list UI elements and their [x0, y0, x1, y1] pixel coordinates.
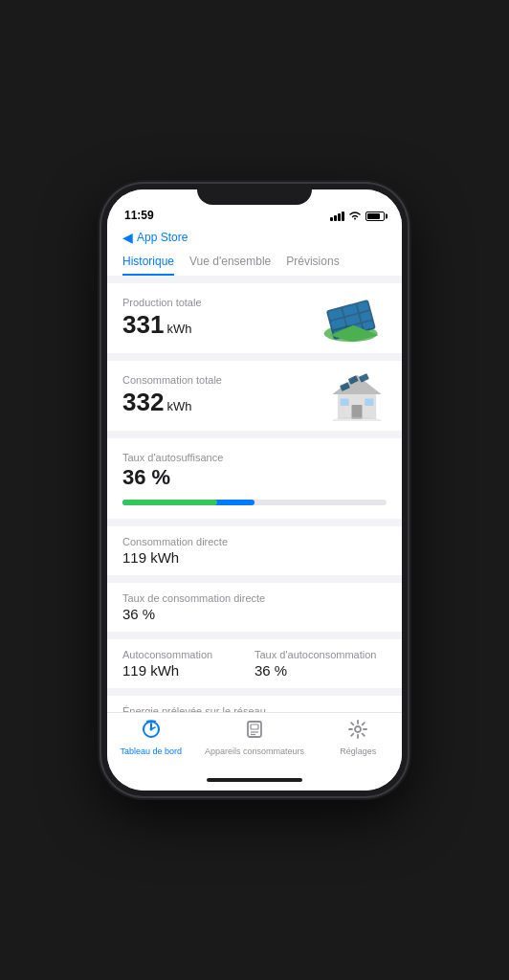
taux-autoconsommation-col: Taux d'autoconsommation 36 %: [254, 649, 387, 679]
energie-prelevee-label: Énergie prélevée sur le réseau: [122, 705, 387, 712]
solar-panel-icon: [321, 290, 388, 347]
back-label[interactable]: App Store: [137, 231, 188, 244]
appareils-icon: [244, 719, 265, 745]
home-indicator: [107, 769, 402, 791]
taux-consommation-directe-value: 36 %: [122, 606, 387, 622]
battery-icon: [365, 212, 385, 221]
phone-frame: 11:59: [101, 184, 408, 796]
svg-rect-18: [341, 398, 349, 405]
production-unit: kWh: [166, 322, 191, 336]
autosuffisance-card: Taux d'autosuffisance 36 %: [107, 438, 402, 519]
wifi-icon: [348, 211, 362, 222]
tab-bar: Tableau de bord Appareils consommateurs: [107, 712, 402, 769]
tab-previsions[interactable]: Prévisions: [286, 255, 339, 276]
tableau-de-bord-label: Tableau de bord: [120, 746, 182, 756]
consommation-unit: kWh: [166, 399, 191, 413]
screen: 11:59: [107, 189, 402, 791]
energie-prelevee-card: Énergie prélevée sur le réseau 213 kWh: [107, 696, 402, 712]
back-arrow-icon: ◀: [122, 230, 133, 245]
svg-point-22: [149, 728, 152, 731]
svg-rect-19: [365, 398, 373, 405]
notch: [197, 184, 312, 205]
consommation-directe-label: Consommation directe: [122, 536, 387, 547]
tab-bar-tableau-de-bord[interactable]: Tableau de bord: [118, 719, 185, 756]
signal-icon: [330, 212, 344, 221]
autoconsommation-col: Autoconsommation 119 kWh: [122, 649, 254, 679]
tableau-de-bord-icon: [141, 719, 162, 745]
back-nav[interactable]: ◀ App Store: [122, 230, 387, 249]
taux-autoconsommation-value: 36 %: [254, 662, 387, 679]
svg-rect-24: [251, 724, 258, 729]
appareils-label: Appareils consommateurs: [205, 746, 304, 756]
consommation-directe-value: 119 kWh: [122, 549, 387, 566]
svg-point-27: [355, 726, 361, 732]
tabs-container: Historique Vue d'ensemble Prévisions: [107, 249, 402, 276]
tab-bar-appareils[interactable]: Appareils consommateurs: [205, 719, 304, 756]
autosuffisance-value: 36 %: [122, 465, 387, 490]
consommation-directe-card: Consommation directe 119 kWh: [107, 526, 402, 575]
taux-consommation-directe-label: Taux de consommation directe: [122, 592, 387, 604]
tab-historique[interactable]: Historique: [122, 255, 174, 276]
tab-bar-reglages[interactable]: Réglages: [324, 719, 391, 756]
production-card: Production totale 331 kWh: [107, 283, 402, 353]
consommation-card: Consommation totale 332 kWh: [107, 361, 402, 431]
production-number: 331: [122, 310, 164, 340]
reglages-label: Réglages: [340, 746, 376, 756]
consommation-number: 332: [122, 388, 164, 417]
autoconsommation-value: 119 kWh: [122, 662, 254, 679]
house-icon: [325, 368, 388, 425]
autoconsommation-label: Autoconsommation: [122, 649, 254, 660]
taux-autoconsommation-label: Taux d'autoconsommation: [254, 649, 387, 660]
autoconsommation-card: Autoconsommation 119 kWh Taux d'autocons…: [107, 639, 402, 688]
autosuffisance-label: Taux d'autosuffisance: [122, 452, 387, 463]
nav-top: ◀ App Store: [107, 228, 402, 249]
progress-bar-green: [122, 500, 217, 505]
status-icons: [330, 211, 385, 222]
content-area: Production totale 331 kWh: [107, 276, 402, 712]
reglages-icon: [347, 719, 368, 745]
autosuffisance-progress: [122, 500, 387, 505]
svg-rect-17: [352, 405, 363, 419]
taux-consommation-directe-card: Taux de consommation directe 36 %: [107, 583, 402, 632]
home-bar: [207, 778, 302, 782]
tab-vue-ensemble[interactable]: Vue d'ensemble: [189, 255, 271, 276]
status-time: 11:59: [124, 209, 154, 222]
